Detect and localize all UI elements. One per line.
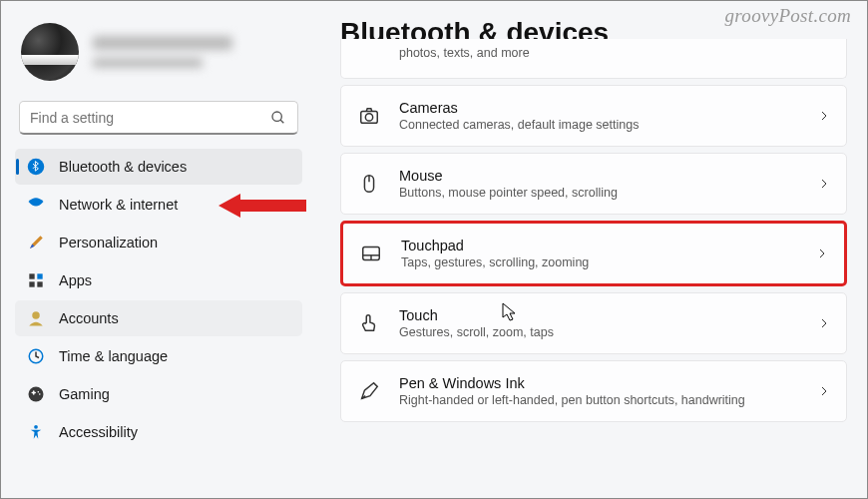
card-title: Touch <box>399 307 554 323</box>
chevron-right-icon <box>818 317 830 329</box>
nav-gaming[interactable]: Gaming <box>15 376 302 412</box>
svg-rect-4 <box>37 273 42 278</box>
chevron-right-icon <box>818 385 830 397</box>
nav-label: Gaming <box>59 386 110 402</box>
card-sub: Gestures, scroll, zoom, taps <box>399 325 554 339</box>
svg-point-7 <box>32 311 40 319</box>
card-touch[interactable]: Touch Gestures, scroll, zoom, taps <box>340 292 847 354</box>
card-title: Mouse <box>399 168 618 184</box>
card-touchpad[interactable]: Touchpad Taps, gestures, scrolling, zoom… <box>340 221 847 286</box>
card-title: Touchpad <box>401 238 589 253</box>
touch-icon <box>357 311 381 335</box>
card-title: Cameras <box>399 100 639 116</box>
card-sub: photos, texts, and more <box>399 46 530 60</box>
card-title: Pen & Windows Ink <box>399 375 745 391</box>
nav-apps[interactable]: Apps <box>15 262 302 298</box>
search-input-wrap[interactable] <box>19 101 298 135</box>
search-input[interactable] <box>30 110 269 126</box>
card-sub: Connected cameras, default image setting… <box>399 118 639 132</box>
card-partial-top[interactable]: photos, texts, and more <box>340 39 847 79</box>
touchpad-icon <box>359 242 383 265</box>
svg-point-10 <box>34 425 38 429</box>
accessibility-icon <box>27 423 45 441</box>
chevron-right-icon <box>818 178 830 190</box>
watermark: groovyPost.com <box>725 5 851 27</box>
svg-rect-6 <box>37 281 42 286</box>
mouse-icon <box>357 172 381 196</box>
svg-point-0 <box>272 112 281 121</box>
card-cameras[interactable]: Cameras Connected cameras, default image… <box>340 85 847 147</box>
gaming-icon <box>27 385 45 403</box>
search-icon <box>269 109 287 127</box>
bluetooth-icon <box>27 158 45 176</box>
clock-globe-icon <box>27 347 45 365</box>
nav-time-language[interactable]: Time & language <box>15 338 302 374</box>
settings-window: Bluetooth & devices Network & internet P… <box>1 1 867 498</box>
chevron-right-icon <box>816 248 828 259</box>
card-sub: Buttons, mouse pointer speed, scrolling <box>399 186 618 200</box>
user-name-blurred <box>93 36 232 68</box>
nav-label: Time & language <box>59 348 168 364</box>
camera-icon <box>357 104 381 128</box>
nav-label: Accounts <box>59 310 119 326</box>
nav-label: Accessibility <box>59 424 138 440</box>
nav-personalization[interactable]: Personalization <box>15 225 302 260</box>
person-icon <box>27 309 45 327</box>
nav-bluetooth-devices[interactable]: Bluetooth & devices <box>15 149 302 185</box>
nav-label: Apps <box>59 272 92 288</box>
nav-accessibility[interactable]: Accessibility <box>15 414 302 450</box>
nav-label: Bluetooth & devices <box>59 159 187 175</box>
cards-list: photos, texts, and more Cameras Connecte… <box>340 63 847 422</box>
pen-icon <box>357 379 381 403</box>
user-header[interactable] <box>11 13 306 97</box>
svg-rect-5 <box>29 281 34 286</box>
svg-point-12 <box>365 114 372 121</box>
nav-network[interactable]: Network & internet <box>15 187 302 223</box>
apps-icon <box>27 271 45 289</box>
card-mouse[interactable]: Mouse Buttons, mouse pointer speed, scro… <box>340 153 847 215</box>
card-sub: Right-handed or left-handed, pen button … <box>399 393 745 407</box>
nav-label: Personalization <box>59 235 158 250</box>
chevron-right-icon <box>818 110 830 122</box>
nav-list: Bluetooth & devices Network & internet P… <box>11 149 306 450</box>
card-sub: Taps, gestures, scrolling, zooming <box>401 255 589 269</box>
wifi-icon <box>27 196 45 214</box>
svg-rect-3 <box>29 273 34 278</box>
nav-accounts[interactable]: Accounts <box>15 300 302 336</box>
main-content: Bluetooth & devices photos, texts, and m… <box>312 3 865 498</box>
svg-point-9 <box>29 387 44 402</box>
sidebar: Bluetooth & devices Network & internet P… <box>3 3 312 498</box>
brush-icon <box>27 234 45 251</box>
svg-line-1 <box>280 120 283 123</box>
avatar <box>21 23 79 81</box>
card-pen-ink[interactable]: Pen & Windows Ink Right-handed or left-h… <box>340 360 847 422</box>
nav-label: Network & internet <box>59 197 178 213</box>
